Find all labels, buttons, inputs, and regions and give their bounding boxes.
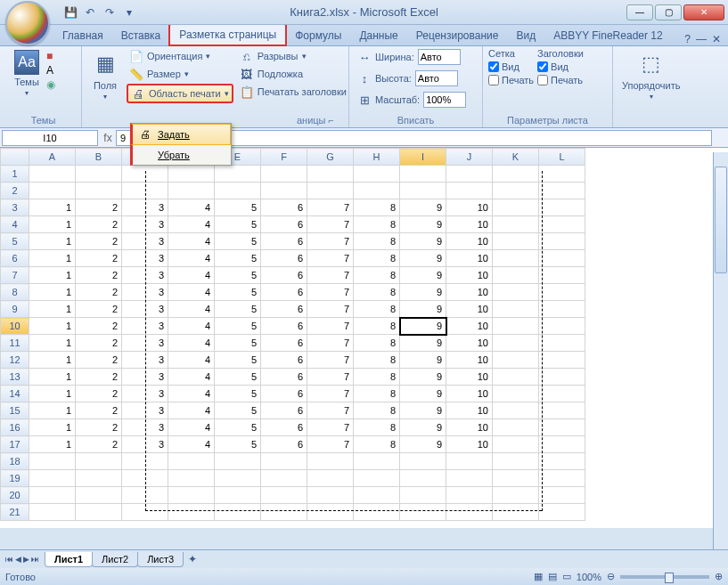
cell-G8[interactable]: 7: [307, 284, 354, 301]
cell-L2[interactable]: [539, 183, 585, 199]
row-header-12[interactable]: 12: [1, 352, 29, 369]
cell-L18[interactable]: [539, 453, 585, 470]
cell-F1[interactable]: [261, 166, 307, 183]
row-header-1[interactable]: 1: [1, 166, 29, 183]
cell-J21[interactable]: [446, 504, 493, 521]
cell-E1[interactable]: [215, 166, 261, 183]
cell-A12[interactable]: 1: [29, 352, 76, 369]
cell-H14[interactable]: 8: [354, 386, 400, 402]
cell-I18[interactable]: [400, 453, 446, 470]
row-header-16[interactable]: 16: [1, 419, 29, 436]
cell-D9[interactable]: 4: [168, 301, 215, 318]
cell-L19[interactable]: [539, 470, 585, 487]
cell-L10[interactable]: [539, 318, 585, 335]
tab-formulas[interactable]: Формулы: [286, 26, 350, 45]
cell-A16[interactable]: 1: [29, 419, 76, 436]
row-header-18[interactable]: 18: [1, 453, 29, 470]
office-button[interactable]: [5, 1, 50, 45]
cell-D17[interactable]: 4: [168, 436, 215, 453]
row-header-3[interactable]: 3: [1, 199, 29, 216]
cell-F18[interactable]: [261, 453, 307, 470]
cell-J13[interactable]: 10: [446, 369, 493, 386]
cell-G2[interactable]: [307, 183, 354, 199]
cell-D7[interactable]: 4: [168, 267, 215, 284]
cell-K19[interactable]: [493, 470, 539, 487]
cell-I9[interactable]: 9: [400, 301, 446, 318]
cell-D1[interactable]: [168, 166, 215, 183]
cell-D4[interactable]: 4: [168, 216, 215, 233]
maximize-button[interactable]: ▢: [655, 4, 682, 20]
cell-B11[interactable]: 2: [76, 335, 122, 352]
colors-icon[interactable]: ■: [46, 50, 55, 62]
cell-H11[interactable]: 8: [354, 335, 400, 352]
cell-F3[interactable]: 6: [261, 199, 307, 216]
cell-F2[interactable]: [261, 183, 307, 199]
cell-D19[interactable]: [168, 470, 215, 487]
sheet-tab-2[interactable]: Лист2: [92, 552, 138, 567]
save-icon[interactable]: 💾: [62, 4, 78, 20]
cell-F17[interactable]: 6: [261, 436, 307, 453]
cell-L1[interactable]: [539, 166, 585, 183]
cell-H6[interactable]: 8: [354, 250, 400, 267]
cell-D2[interactable]: [168, 183, 215, 199]
cell-J3[interactable]: 10: [446, 199, 493, 216]
cell-B14[interactable]: 2: [76, 386, 122, 402]
cell-F4[interactable]: 6: [261, 216, 307, 233]
orientation-button[interactable]: 📄Ориентация: [127, 48, 233, 64]
cell-F19[interactable]: [261, 470, 307, 487]
cell-J7[interactable]: 10: [446, 267, 493, 284]
fx-icon[interactable]: fx: [100, 132, 116, 144]
tab-page-layout[interactable]: Разметка страницы: [169, 23, 286, 45]
cell-J10[interactable]: 10: [446, 318, 493, 335]
cell-K3[interactable]: [493, 199, 539, 216]
cell-J4[interactable]: 10: [446, 216, 493, 233]
themes-button[interactable]: Aa Темы ▾: [11, 48, 43, 99]
cell-J14[interactable]: 10: [446, 386, 493, 402]
gridlines-view-checkbox[interactable]: Вид: [488, 61, 534, 72]
cell-G5[interactable]: 7: [307, 233, 354, 250]
width-control[interactable]: ↔Ширина:: [355, 48, 469, 66]
cell-L11[interactable]: [539, 335, 585, 352]
cell-B16[interactable]: 2: [76, 419, 122, 436]
cell-G17[interactable]: 7: [307, 436, 354, 453]
close-doc-icon[interactable]: ✕: [712, 33, 721, 45]
cell-J6[interactable]: 10: [446, 250, 493, 267]
cell-L16[interactable]: [539, 419, 585, 436]
cell-A6[interactable]: 1: [29, 250, 76, 267]
cell-J1[interactable]: [446, 166, 493, 183]
cell-F14[interactable]: 6: [261, 386, 307, 402]
cell-D21[interactable]: [168, 504, 215, 521]
col-header-F[interactable]: F: [261, 149, 307, 166]
tab-data[interactable]: Данные: [350, 26, 406, 45]
cell-I7[interactable]: 9: [400, 267, 446, 284]
vertical-scrollbar[interactable]: [713, 152, 728, 549]
cell-H19[interactable]: [354, 470, 400, 487]
cell-J16[interactable]: 10: [446, 419, 493, 436]
cell-G3[interactable]: 7: [307, 199, 354, 216]
cell-L15[interactable]: [539, 402, 585, 419]
cell-A7[interactable]: 1: [29, 267, 76, 284]
margins-button[interactable]: ▦ Поля ▾: [87, 48, 123, 102]
cell-H3[interactable]: 8: [354, 199, 400, 216]
cell-B18[interactable]: [76, 453, 122, 470]
cell-K18[interactable]: [493, 453, 539, 470]
cell-D16[interactable]: 4: [168, 419, 215, 436]
cell-A21[interactable]: [29, 504, 76, 521]
cell-G16[interactable]: 7: [307, 419, 354, 436]
cell-B12[interactable]: 2: [76, 352, 122, 369]
cell-G10[interactable]: 7: [307, 318, 354, 335]
cell-D14[interactable]: 4: [168, 386, 215, 402]
row-header-15[interactable]: 15: [1, 402, 29, 419]
col-header-G[interactable]: G: [307, 149, 354, 166]
cell-I21[interactable]: [400, 504, 446, 521]
cell-E2[interactable]: [215, 183, 261, 199]
row-header-8[interactable]: 8: [1, 284, 29, 301]
cell-H15[interactable]: 8: [354, 402, 400, 419]
cell-L12[interactable]: [539, 352, 585, 369]
row-header-9[interactable]: 9: [1, 301, 29, 318]
row-header-13[interactable]: 13: [1, 369, 29, 386]
cell-E10[interactable]: 5: [215, 318, 261, 335]
cell-E11[interactable]: 5: [215, 335, 261, 352]
cell-A11[interactable]: 1: [29, 335, 76, 352]
cell-G11[interactable]: 7: [307, 335, 354, 352]
